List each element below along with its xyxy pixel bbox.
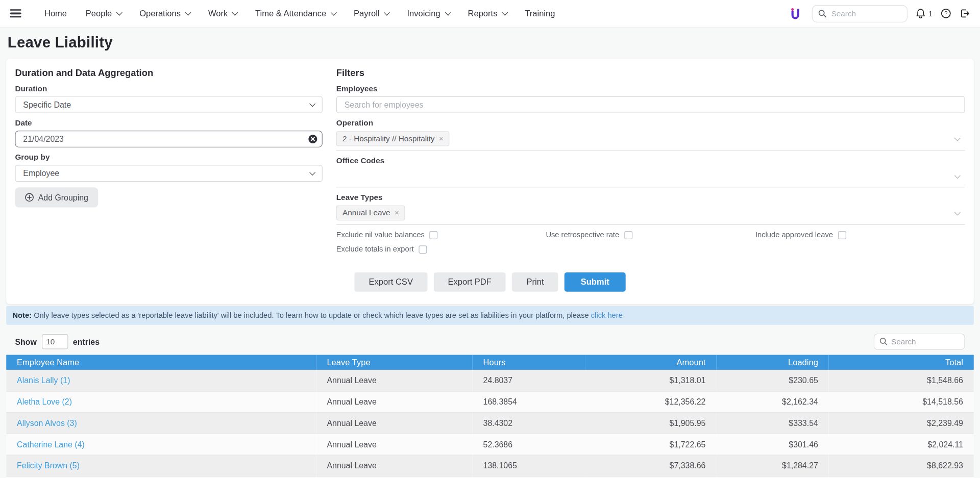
click-here-link[interactable]: click here	[591, 311, 623, 320]
total-cell: $14,518.56	[829, 391, 974, 413]
total-cell: $8,622.93	[829, 455, 974, 476]
nav-item[interactable]: Reports	[468, 9, 506, 18]
notifications-button[interactable]: 1	[916, 8, 933, 19]
nav-item-label: Invoicing	[407, 9, 440, 18]
search-icon	[879, 337, 888, 345]
nav-item-label: Home	[44, 9, 67, 18]
operation-tag: 2 - Hospitality // Hospitality ×	[336, 131, 450, 146]
checkbox-input[interactable]	[430, 231, 438, 239]
hours-cell: 24.8037	[473, 370, 585, 391]
table-column-header[interactable]: Loading	[716, 355, 828, 370]
chevron-down-icon	[445, 10, 451, 16]
duration-aggregation-section: Duration and Data Aggregation Duration S…	[15, 67, 322, 254]
entries-label: entries	[73, 337, 100, 346]
export-pdf-button[interactable]: Export PDF	[433, 272, 506, 292]
remove-tag-icon[interactable]: ×	[439, 134, 444, 143]
logout-button[interactable]	[960, 8, 970, 19]
employees-search-input[interactable]	[336, 96, 965, 113]
nav-item-label: Reports	[468, 9, 498, 18]
duration-select[interactable]: Specific Date	[15, 96, 322, 113]
chevron-down-icon	[384, 10, 390, 16]
filters-heading: Filters	[336, 67, 965, 78]
group-by-label: Group by	[15, 153, 322, 162]
filter-checkbox[interactable]: Exclude nil value balances	[336, 231, 546, 239]
date-input[interactable]	[15, 131, 322, 147]
operation-multiselect[interactable]: 2 - Hospitality // Hospitality ×	[336, 131, 965, 150]
help-button[interactable]: ?	[941, 8, 951, 19]
checkbox-input[interactable]	[624, 231, 632, 239]
group-by-select[interactable]: Employee	[15, 165, 322, 182]
filter-checkbox[interactable]: Include approved leave	[755, 231, 965, 239]
employee-name-link[interactable]: Aletha Love (2)	[17, 397, 72, 406]
chevron-down-icon	[116, 10, 122, 16]
checkbox-label: Use retrospective rate	[546, 231, 619, 239]
amount-cell: $1,318.01	[585, 370, 716, 391]
nav-item[interactable]: Work	[208, 9, 236, 18]
nav-item[interactable]: Operations	[139, 9, 189, 18]
table-header: Employee Name Leave Type Hours Amount Lo…	[6, 355, 974, 370]
print-button[interactable]: Print	[512, 272, 558, 292]
add-grouping-label: Add Grouping	[38, 193, 88, 202]
filter-checkbox-row-2: Exclude totals in export	[336, 245, 965, 254]
nav-item[interactable]: Training	[525, 9, 555, 18]
checkbox-input[interactable]	[419, 245, 427, 254]
table-search	[874, 334, 965, 350]
checkbox-label: Exclude totals in export	[336, 245, 414, 254]
action-buttons: Export CSV Export PDF Print Submit	[15, 272, 965, 292]
chevron-down-icon	[232, 10, 238, 16]
add-grouping-button[interactable]: Add Grouping	[15, 187, 98, 207]
nav-item[interactable]: Invoicing	[407, 9, 449, 18]
table-column-header[interactable]: Employee Name	[6, 355, 316, 370]
notification-count: 1	[928, 9, 933, 18]
office-codes-multiselect[interactable]	[336, 168, 965, 187]
leave-type-cell: Annual Leave	[316, 412, 473, 434]
loading-cell: $2,162.34	[716, 391, 828, 413]
hours-cell: 555.9376	[473, 476, 585, 478]
checkbox-input[interactable]	[838, 231, 846, 239]
export-csv-button[interactable]: Export CSV	[354, 272, 427, 292]
show-label: Show	[15, 337, 36, 346]
leave-type-tag-label: Annual Leave	[342, 209, 390, 217]
loading-cell: $301.46	[716, 434, 828, 455]
table-row: Allyson Alvos (3) Annual Leave 38.4302 $…	[6, 412, 974, 434]
leave-type-cell: Annual Leave	[316, 476, 473, 478]
employee-name-link[interactable]: Alanis Lally (1)	[17, 375, 70, 385]
svg-text:?: ?	[944, 10, 947, 16]
table-controls: Show entries	[6, 334, 974, 350]
filter-checkbox[interactable]: Exclude totals in export	[336, 245, 546, 254]
table-row: Felicity Brown (5) Annual Leave 138.1065…	[6, 455, 974, 476]
hours-cell: 168.3854	[473, 391, 585, 413]
leave-types-multiselect[interactable]: Annual Leave ×	[336, 205, 965, 225]
table-column-header[interactable]: Amount	[585, 355, 716, 370]
nav-item[interactable]: Time & Attendance	[255, 9, 335, 18]
chevron-down-icon	[309, 100, 315, 107]
filter-checkbox[interactable]: Use retrospective rate	[546, 231, 755, 239]
remove-tag-icon[interactable]: ×	[395, 209, 399, 217]
employee-name-link[interactable]: Catherine Lane (4)	[17, 439, 85, 448]
employee-name-link[interactable]: Felicity Brown (5)	[17, 461, 80, 470]
leave-types-label: Leave Types	[336, 193, 965, 202]
nav-item[interactable]: Payroll	[354, 9, 388, 18]
operation-label: Operation	[336, 119, 965, 128]
app-logo[interactable]	[788, 6, 802, 20]
nav-item[interactable]: People	[86, 9, 121, 18]
employee-name-link[interactable]: Allyson Alvos (3)	[17, 418, 77, 427]
clear-date-icon[interactable]	[308, 134, 317, 146]
checkbox-label: Include approved leave	[755, 231, 833, 239]
table-column-header[interactable]: Leave Type	[316, 355, 473, 370]
nav-item[interactable]: Home	[44, 9, 67, 18]
office-codes-label: Office Codes	[336, 156, 965, 165]
table-column-header[interactable]: Total	[829, 355, 974, 370]
hamburger-menu-icon[interactable]	[10, 7, 21, 19]
chevron-down-icon	[331, 10, 337, 16]
total-cell: $2,024.11	[829, 434, 974, 455]
chevron-down-icon	[954, 209, 961, 215]
entries-count-input[interactable]	[42, 334, 68, 349]
amount-cell: $1,905.95	[585, 412, 716, 434]
hours-cell: 138.1065	[473, 455, 585, 476]
leave-type-tag: Annual Leave ×	[336, 206, 405, 220]
submit-button[interactable]: Submit	[565, 272, 626, 292]
loading-cell: $333.54	[716, 412, 828, 434]
total-cell: $2,239.49	[829, 412, 974, 434]
table-column-header[interactable]: Hours	[473, 355, 585, 370]
